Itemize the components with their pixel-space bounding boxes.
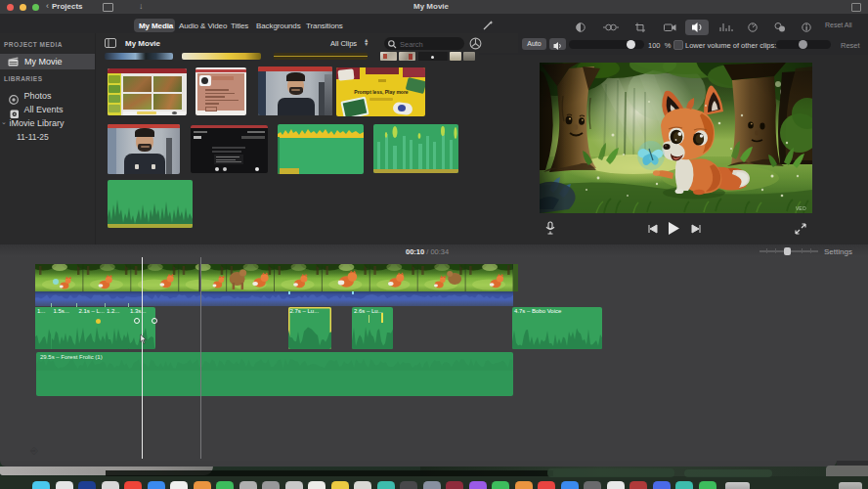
svg-text:VEO: VEO <box>796 205 806 211</box>
